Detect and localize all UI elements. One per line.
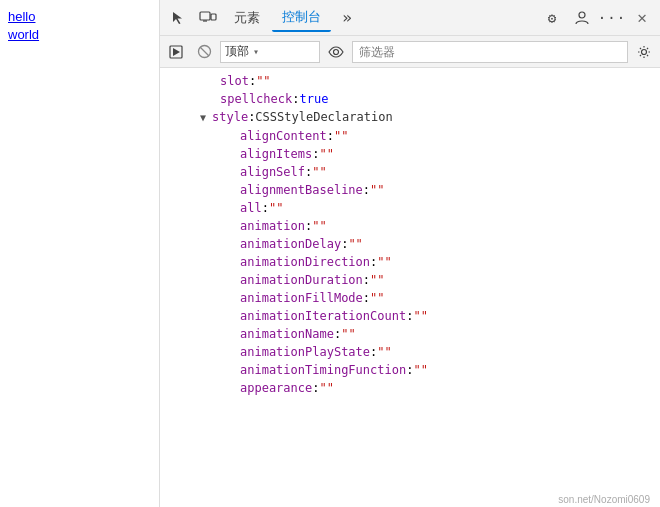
webpage-text: helloworld: [8, 8, 151, 44]
elements-tab-label: 元素: [234, 9, 260, 27]
filter-settings-icon[interactable]: [632, 40, 656, 64]
devtools-panel: 元素 控制台 » ⚙ ··· ✕: [160, 0, 660, 507]
user-icon[interactable]: [568, 4, 596, 32]
line-spellcheck: spellcheck: true: [160, 90, 660, 108]
line-all: all: "": [160, 199, 660, 217]
line-style: style: CSSStyleDeclaration: [160, 108, 660, 127]
ellipsis-icon[interactable]: ···: [598, 4, 626, 32]
top-level-select[interactable]: 顶部 ▾: [220, 41, 320, 63]
line-alignmentbaseline: alignmentBaseline: "": [160, 181, 660, 199]
svg-rect-1: [211, 14, 216, 20]
device-icon[interactable]: [194, 4, 222, 32]
watermark: son.net/Nozomi0609: [558, 494, 650, 505]
line-alignitems: alignItems: "": [160, 145, 660, 163]
console-lines: slot: "" spellcheck: true style: CSSStyl…: [160, 68, 660, 401]
webpage-panel: helloworld: [0, 0, 160, 507]
toolbar-right: ⚙ ··· ✕: [538, 4, 656, 32]
dropdown-arrow-icon: ▾: [253, 46, 259, 57]
line-animationname: animationName: "": [160, 325, 660, 343]
more-tabs-icon[interactable]: »: [333, 4, 361, 32]
svg-point-3: [579, 12, 585, 18]
svg-point-9: [642, 49, 647, 54]
ban-icon[interactable]: [192, 40, 216, 64]
line-animationtimingfunction: animationTimingFunction: "": [160, 361, 660, 379]
top-level-label: 顶部: [225, 43, 249, 60]
more-label: »: [342, 8, 352, 27]
tab-elements[interactable]: 元素: [224, 4, 270, 32]
console-content[interactable]: slot: "" spellcheck: true style: CSSStyl…: [160, 68, 660, 507]
line-animationduration: animationDuration: "": [160, 271, 660, 289]
line-animationdelay: animationDelay: "": [160, 235, 660, 253]
line-animationplaystate: animationPlayState: "": [160, 343, 660, 361]
filter-input[interactable]: [352, 41, 628, 63]
tab-console[interactable]: 控制台: [272, 4, 331, 32]
line-animation: animation: "": [160, 217, 660, 235]
line-animationdirection: animationDirection: "": [160, 253, 660, 271]
play-icon[interactable]: [164, 40, 188, 64]
line-animationfillmode: animationFillMode: "": [160, 289, 660, 307]
console-tab-label: 控制台: [282, 8, 321, 26]
settings-icon[interactable]: ⚙: [538, 4, 566, 32]
svg-rect-0: [200, 12, 210, 20]
cursor-icon[interactable]: [164, 4, 192, 32]
top-toolbar: 元素 控制台 » ⚙ ··· ✕: [160, 0, 660, 36]
eye-icon[interactable]: [324, 40, 348, 64]
svg-marker-5: [173, 48, 180, 56]
secondary-toolbar: 顶部 ▾: [160, 36, 660, 68]
line-appearance: appearance: "": [160, 379, 660, 397]
svg-point-8: [334, 49, 339, 54]
line-alignself: alignSelf: "": [160, 163, 660, 181]
hello-world-text: helloworld: [8, 9, 39, 42]
svg-line-7: [200, 47, 209, 56]
style-toggle[interactable]: [200, 110, 210, 126]
line-animationiterationcount: animationIterationCount: "": [160, 307, 660, 325]
close-button[interactable]: ✕: [628, 4, 656, 32]
line-aligncontent: alignContent: "": [160, 127, 660, 145]
line-slot: slot: "": [160, 72, 660, 90]
